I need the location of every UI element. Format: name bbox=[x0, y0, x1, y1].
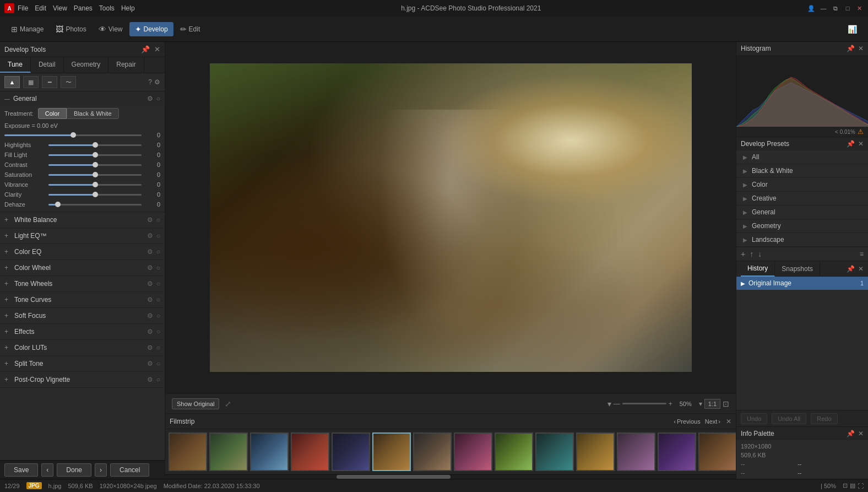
cl-reset-icon[interactable]: ○ bbox=[156, 344, 160, 352]
preset-export-icon[interactable]: ↑ bbox=[750, 250, 753, 258]
st-reset-icon[interactable]: ○ bbox=[156, 360, 160, 367]
soft-focus-row[interactable]: + Soft Focus ⚙ ○ bbox=[0, 308, 165, 324]
filmstrip-next-button[interactable]: Next › bbox=[705, 418, 720, 425]
redo-button[interactable]: Redo bbox=[811, 413, 837, 424]
filmstrip-scrollbar[interactable] bbox=[165, 474, 736, 479]
next-button[interactable]: › bbox=[95, 463, 107, 477]
preset-import-icon[interactable]: ↓ bbox=[758, 250, 762, 258]
filmstrip-thumb-9[interactable] bbox=[535, 432, 574, 471]
tw-reset-icon[interactable]: ○ bbox=[156, 280, 160, 288]
leq-reset-icon[interactable]: ○ bbox=[156, 232, 160, 240]
pcv-reset-icon[interactable]: ○ bbox=[156, 376, 160, 383]
filmstrip-thumb-1[interactable] bbox=[209, 432, 248, 471]
restore-button[interactable]: ⧉ bbox=[832, 4, 839, 12]
presets-pin-icon[interactable]: 📌 bbox=[847, 140, 855, 148]
filmstrip-thumb-7[interactable] bbox=[454, 432, 492, 471]
wb-reset-icon[interactable]: ○ bbox=[156, 216, 160, 224]
color-wheel-row[interactable]: + Color Wheel ⚙ ○ bbox=[0, 260, 165, 276]
filmstrip-thumb-13[interactable] bbox=[698, 432, 736, 471]
clarity-slider[interactable] bbox=[48, 191, 142, 198]
filmstrip-thumb-6[interactable] bbox=[413, 432, 452, 471]
tab-history[interactable]: History bbox=[741, 261, 775, 277]
photos-button[interactable]: 🖼 Photos bbox=[50, 22, 91, 36]
treatment-bw-button[interactable]: Black & White bbox=[67, 108, 118, 119]
mode-bw-icon[interactable]: ▦ bbox=[23, 76, 39, 88]
info-close-icon[interactable]: ✕ bbox=[858, 430, 864, 437]
preset-item-general[interactable]: ▶ General bbox=[736, 206, 868, 219]
menu-edit[interactable]: Edit bbox=[35, 4, 46, 12]
save-button[interactable]: Save bbox=[4, 463, 38, 477]
tab-detail[interactable]: Detail bbox=[31, 57, 64, 73]
white-balance-row[interactable]: + White Balance ⚙ ○ bbox=[0, 212, 165, 228]
tone-wheels-row[interactable]: + Tone Wheels ⚙ ○ bbox=[0, 276, 165, 292]
close-button[interactable]: ✕ bbox=[856, 4, 864, 12]
zoom-preset-button[interactable]: 1:1 bbox=[704, 399, 720, 409]
pcv-settings-icon[interactable]: ⚙ bbox=[147, 376, 153, 383]
split-tone-row[interactable]: + Split Tone ⚙ ○ bbox=[0, 356, 165, 372]
menu-file[interactable]: File bbox=[18, 4, 28, 12]
st-settings-icon[interactable]: ⚙ bbox=[147, 360, 153, 367]
view-button[interactable]: 👁 View bbox=[93, 22, 128, 36]
filmstrip-close-button[interactable]: ✕ bbox=[726, 418, 731, 425]
menu-view[interactable]: View bbox=[53, 4, 67, 12]
cl-settings-icon[interactable]: ⚙ bbox=[147, 344, 153, 352]
mode-curve-icon[interactable]: 〜 bbox=[61, 76, 76, 88]
preset-add-icon[interactable]: + bbox=[741, 250, 745, 258]
tab-tune[interactable]: Tune bbox=[0, 57, 31, 73]
panel-close-icon[interactable]: ✕ bbox=[154, 45, 160, 53]
histogram-close-icon[interactable]: ✕ bbox=[858, 45, 864, 52]
status-list-icon[interactable]: ▤ bbox=[850, 482, 855, 489]
preset-item-geometry[interactable]: ▶ Geometry bbox=[736, 219, 868, 233]
eff-reset-icon[interactable]: ○ bbox=[156, 328, 160, 336]
tc-settings-icon[interactable]: ⚙ bbox=[147, 296, 153, 304]
vibrance-slider[interactable] bbox=[48, 181, 142, 188]
filmstrip-thumb-5[interactable] bbox=[372, 432, 411, 471]
preset-item-bw[interactable]: ▶ Black & White bbox=[736, 164, 868, 178]
treatment-color-button[interactable]: Color bbox=[38, 108, 67, 119]
light-eq-row[interactable]: + Light EQ™ ⚙ ○ bbox=[0, 228, 165, 244]
zoom-plus-icon[interactable]: + bbox=[669, 400, 672, 408]
fullscreen-icon[interactable]: ⊡ bbox=[723, 399, 729, 408]
ceq-reset-icon[interactable]: ○ bbox=[156, 248, 160, 256]
ceq-settings-icon[interactable]: ⚙ bbox=[147, 248, 153, 256]
sf-settings-icon[interactable]: ⚙ bbox=[147, 312, 153, 320]
filmstrip-thumb-4[interactable] bbox=[332, 432, 370, 471]
saturation-slider[interactable] bbox=[48, 171, 142, 179]
stats-button[interactable]: 📊 bbox=[842, 22, 862, 36]
color-luts-row[interactable]: + Color LUTs ⚙ ○ bbox=[0, 340, 165, 356]
preset-item-creative[interactable]: ▶ Creative bbox=[736, 192, 868, 206]
effects-row[interactable]: + Effects ⚙ ○ bbox=[0, 324, 165, 340]
general-section-header[interactable]: — General ⚙ ○ bbox=[0, 91, 165, 106]
history-item-original[interactable]: ▶ Original Image 1 bbox=[736, 277, 868, 290]
presets-close-icon[interactable]: ✕ bbox=[858, 140, 864, 148]
menu-panes[interactable]: Panes bbox=[74, 4, 93, 12]
maximize-button[interactable]: □ bbox=[844, 4, 851, 12]
show-original-button[interactable]: Show Original bbox=[172, 398, 219, 409]
left-panel-scroll[interactable]: — General ⚙ ○ Treatment: Color Black & W… bbox=[0, 91, 165, 460]
filmstrip-thumb-3[interactable] bbox=[291, 432, 329, 471]
filmstrip-thumb-11[interactable] bbox=[617, 432, 655, 471]
filmstrip-prev-button[interactable]: ‹ Previous bbox=[674, 418, 700, 425]
cancel-button[interactable]: Cancel bbox=[110, 463, 149, 477]
undo-all-button[interactable]: Undo All bbox=[772, 413, 806, 424]
dehaze-slider[interactable] bbox=[48, 201, 142, 208]
preset-menu-icon[interactable]: ≡ bbox=[860, 250, 864, 258]
filmstrip-thumb-8[interactable] bbox=[495, 432, 533, 471]
wb-settings-icon[interactable]: ⚙ bbox=[147, 216, 153, 224]
general-settings-icon[interactable]: ⚙ bbox=[147, 95, 153, 102]
highlights-slider[interactable] bbox=[48, 141, 142, 149]
zoom-dropdown-icon[interactable]: ▾ bbox=[699, 400, 702, 408]
color-eq-row[interactable]: + Color EQ ⚙ ○ bbox=[0, 244, 165, 260]
cw-settings-icon[interactable]: ⚙ bbox=[147, 264, 153, 272]
mode-settings-icon[interactable]: ⚙ bbox=[154, 78, 160, 86]
filmstrip-thumb-10[interactable] bbox=[576, 432, 615, 471]
general-reset-icon[interactable]: ○ bbox=[156, 95, 160, 102]
mode-auto-icon[interactable]: ▲ bbox=[4, 76, 20, 88]
status-grid-icon[interactable]: ⊡ bbox=[843, 482, 848, 489]
filmstrip-scroll[interactable] bbox=[165, 429, 736, 474]
tw-settings-icon[interactable]: ⚙ bbox=[147, 280, 153, 288]
tone-curves-row[interactable]: + Tone Curves ⚙ ○ bbox=[0, 292, 165, 308]
history-pin-icon[interactable]: 📌 bbox=[847, 265, 855, 273]
mode-help-icon[interactable]: ? bbox=[148, 78, 152, 86]
filmstrip-thumb-2[interactable] bbox=[250, 432, 289, 471]
